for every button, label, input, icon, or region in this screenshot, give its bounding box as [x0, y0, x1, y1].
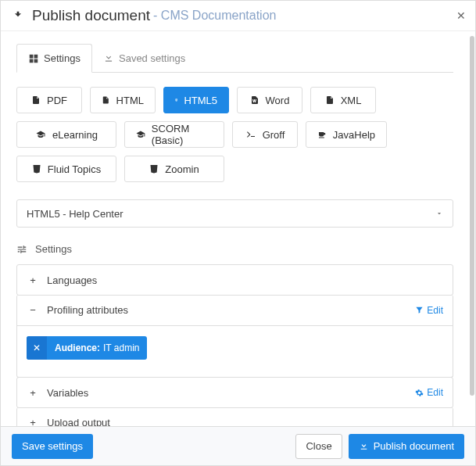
- scrollbar[interactable]: [469, 31, 475, 426]
- publish-document-button[interactable]: Publish document: [349, 434, 464, 459]
- variables-edit-label: Edit: [427, 387, 443, 398]
- variables-edit-link[interactable]: Edit: [415, 387, 443, 398]
- file-icon: [325, 95, 335, 106]
- tab-settings-label: Settings: [44, 52, 81, 64]
- format-groff-label: Groff: [263, 129, 285, 141]
- tab-bar: Settings Saved settings: [16, 44, 453, 73]
- file-icon: [31, 95, 41, 106]
- format-html-label: HTML: [116, 95, 144, 106]
- close-button[interactable]: Close: [295, 434, 342, 459]
- languages-label: Languages: [47, 274, 97, 286]
- profiling-label: Profiling attributes: [47, 304, 128, 316]
- terminal-icon: [245, 130, 256, 139]
- format-zoomin[interactable]: Zoomin: [124, 156, 224, 182]
- download-icon: [12, 9, 24, 22]
- graduation-icon: [136, 130, 145, 139]
- publish-modal: Publish document - CMS Documentation ✕ S…: [0, 0, 476, 466]
- format-pdf-label: PDF: [47, 95, 67, 106]
- variables-label: Variables: [47, 387, 88, 399]
- accordion-profiling[interactable]: − Profiling attributes Edit: [16, 295, 453, 326]
- accordion-languages[interactable]: + Languages: [16, 264, 453, 296]
- minus-icon: −: [27, 304, 39, 316]
- html5-icon: [32, 163, 41, 174]
- profiling-body: ✕ Audience: IT admin: [16, 325, 453, 378]
- coffee-icon: [317, 130, 327, 139]
- format-xml[interactable]: XML: [310, 87, 376, 113]
- format-word[interactable]: Word: [237, 87, 302, 113]
- gear-icon: [415, 389, 424, 397]
- upload-label: Upload output: [47, 417, 110, 426]
- chip-label: Audience: IT admin: [47, 336, 147, 360]
- modal-title: Publish document: [32, 7, 150, 24]
- publication-select[interactable]: HTML5 - Help Center: [16, 199, 453, 228]
- plus-icon: +: [27, 417, 39, 426]
- accordion-upload-output[interactable]: + Upload output: [16, 407, 453, 426]
- publication-select-value: HTML5 - Help Center: [27, 208, 123, 220]
- scrollbar-thumb[interactable]: [470, 36, 474, 396]
- plus-icon: +: [27, 274, 39, 286]
- format-pdf[interactable]: PDF: [16, 87, 82, 113]
- download-icon: [359, 441, 369, 451]
- download-icon: [103, 52, 114, 63]
- chevron-down-icon: [435, 210, 443, 217]
- tab-saved-label: Saved settings: [119, 52, 185, 64]
- chip-remove-button[interactable]: ✕: [27, 336, 47, 360]
- chip-key: Audience:: [55, 342, 100, 353]
- settings-accordion: + Languages − Profiling attributes Edit …: [16, 264, 453, 426]
- format-zoomin-label: Zoomin: [165, 163, 199, 175]
- modal-body: Settings Saved settings PDF HTML: [1, 31, 469, 426]
- close-icon[interactable]: ✕: [456, 9, 466, 22]
- filter-icon: [415, 306, 424, 314]
- close-label: Close: [306, 440, 331, 452]
- sliders-icon: [16, 244, 27, 255]
- format-scorm-label: SCORM (Basic): [152, 123, 213, 146]
- profiling-edit-label: Edit: [427, 305, 443, 316]
- publish-label: Publish document: [374, 440, 454, 452]
- modal-header: Publish document - CMS Documentation ✕: [1, 1, 475, 31]
- profiling-edit-link[interactable]: Edit: [415, 305, 443, 316]
- format-elearning[interactable]: eLearning: [16, 121, 116, 148]
- format-groff[interactable]: Groff: [232, 121, 298, 148]
- html5-icon: [149, 163, 159, 174]
- save-settings-button[interactable]: Save settings: [12, 434, 93, 459]
- save-settings-label: Save settings: [22, 440, 83, 452]
- chip-value: IT admin: [103, 342, 139, 353]
- modal-subtitle: - CMS Documentation: [153, 9, 276, 23]
- format-xml-label: XML: [341, 95, 362, 106]
- plus-icon: +: [27, 387, 39, 399]
- html5-icon: [175, 95, 177, 106]
- audience-chip: ✕ Audience: IT admin: [27, 336, 147, 360]
- format-scorm[interactable]: SCORM (Basic): [124, 121, 224, 148]
- format-elearning-label: eLearning: [52, 129, 98, 141]
- modal-footer: Save settings Close Publish document: [1, 426, 475, 465]
- grid-icon: [28, 53, 39, 64]
- format-html[interactable]: HTML: [90, 87, 156, 113]
- format-html5-label: HTML5: [184, 95, 217, 106]
- format-buttons: PDF HTML HTML5 Word XML: [16, 87, 453, 182]
- format-fluidtopics[interactable]: Fluid Topics: [16, 156, 116, 182]
- format-javahelp[interactable]: JavaHelp: [306, 121, 387, 148]
- file-icon: [102, 95, 110, 106]
- format-word-label: Word: [266, 95, 290, 106]
- accordion-variables[interactable]: + Variables Edit: [16, 377, 453, 408]
- word-icon: [250, 95, 259, 106]
- tab-settings[interactable]: Settings: [16, 44, 92, 73]
- settings-section-header: Settings: [16, 243, 453, 255]
- format-javahelp-label: JavaHelp: [333, 129, 375, 141]
- graduation-icon: [35, 130, 46, 139]
- tab-saved-settings[interactable]: Saved settings: [92, 45, 196, 72]
- format-fluidtopics-label: Fluid Topics: [48, 163, 101, 175]
- format-html5[interactable]: HTML5: [163, 87, 229, 113]
- settings-heading-label: Settings: [35, 243, 72, 255]
